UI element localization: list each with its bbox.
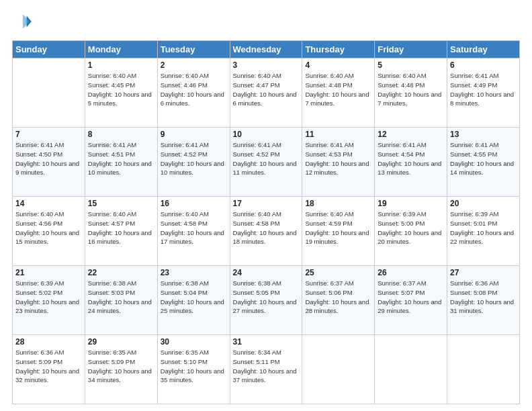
- calendar-cell: 31 Sunrise: 6:34 AM Sunset: 5:11 PM Dayl…: [230, 335, 302, 404]
- calendar-cell: [447, 335, 520, 404]
- day-number: 27: [450, 268, 517, 277]
- calendar-cell: [302, 335, 375, 404]
- calendar-cell: 15 Sunrise: 6:40 AM Sunset: 4:57 PM Dayl…: [85, 197, 157, 266]
- day-number: 10: [233, 130, 300, 139]
- day-number: 31: [233, 337, 300, 347]
- day-header-thursday: Thursday: [302, 41, 375, 58]
- day-info: Sunrise: 6:41 AM Sunset: 4:53 PM Dayligh…: [305, 140, 371, 177]
- day-info: Sunrise: 6:40 AM Sunset: 4:45 PM Dayligh…: [88, 71, 154, 108]
- calendar-cell: 9 Sunrise: 6:41 AM Sunset: 4:52 PM Dayli…: [157, 128, 230, 197]
- day-number: 26: [378, 268, 444, 277]
- calendar-cell: 1 Sunrise: 6:40 AM Sunset: 4:45 PM Dayli…: [85, 58, 157, 128]
- day-number: 2: [161, 60, 227, 70]
- day-number: 17: [233, 199, 300, 208]
- calendar-cell: 24 Sunrise: 6:38 AM Sunset: 5:05 PM Dayl…: [230, 266, 302, 335]
- day-number: 15: [88, 199, 154, 208]
- day-info: Sunrise: 6:39 AM Sunset: 5:02 PM Dayligh…: [15, 279, 82, 316]
- page: SundayMondayTuesdayWednesdayThursdayFrid…: [0, 0, 532, 411]
- calendar-cell: 10 Sunrise: 6:41 AM Sunset: 4:52 PM Dayl…: [230, 128, 302, 197]
- day-info: Sunrise: 6:36 AM Sunset: 5:09 PM Dayligh…: [15, 348, 82, 385]
- logo: [12, 12, 32, 34]
- calendar-cell: [375, 335, 447, 404]
- day-number: 16: [161, 199, 227, 208]
- calendar-cell: 18 Sunrise: 6:40 AM Sunset: 4:59 PM Dayl…: [302, 197, 375, 266]
- calendar-cell: 6 Sunrise: 6:41 AM Sunset: 4:49 PM Dayli…: [447, 58, 520, 128]
- calendar-cell: [13, 58, 85, 128]
- day-info: Sunrise: 6:36 AM Sunset: 5:08 PM Dayligh…: [450, 279, 517, 316]
- day-info: Sunrise: 6:34 AM Sunset: 5:11 PM Dayligh…: [233, 348, 300, 385]
- calendar-cell: 19 Sunrise: 6:39 AM Sunset: 5:00 PM Dayl…: [375, 197, 447, 266]
- week-row-5: 28 Sunrise: 6:36 AM Sunset: 5:09 PM Dayl…: [13, 335, 520, 404]
- day-number: 19: [378, 199, 444, 208]
- day-header-sunday: Sunday: [13, 41, 85, 58]
- day-number: 30: [161, 337, 227, 347]
- day-info: Sunrise: 6:40 AM Sunset: 4:48 PM Dayligh…: [305, 71, 371, 108]
- day-number: 1: [88, 60, 154, 70]
- calendar-cell: 4 Sunrise: 6:40 AM Sunset: 4:48 PM Dayli…: [302, 58, 375, 128]
- day-info: Sunrise: 6:39 AM Sunset: 5:01 PM Dayligh…: [450, 210, 517, 246]
- day-info: Sunrise: 6:35 AM Sunset: 5:10 PM Dayligh…: [161, 348, 227, 385]
- calendar-cell: 12 Sunrise: 6:41 AM Sunset: 4:54 PM Dayl…: [375, 128, 447, 197]
- day-info: Sunrise: 6:40 AM Sunset: 4:47 PM Dayligh…: [233, 71, 300, 108]
- calendar-cell: 27 Sunrise: 6:36 AM Sunset: 5:08 PM Dayl…: [447, 266, 520, 335]
- day-info: Sunrise: 6:41 AM Sunset: 4:55 PM Dayligh…: [450, 140, 517, 177]
- week-row-4: 21 Sunrise: 6:39 AM Sunset: 5:02 PM Dayl…: [13, 266, 520, 335]
- day-header-wednesday: Wednesday: [230, 41, 302, 58]
- day-info: Sunrise: 6:38 AM Sunset: 5:05 PM Dayligh…: [233, 279, 300, 316]
- day-number: 28: [15, 337, 82, 347]
- day-number: 18: [305, 199, 371, 208]
- calendar-cell: 8 Sunrise: 6:41 AM Sunset: 4:51 PM Dayli…: [85, 128, 157, 197]
- day-number: 14: [15, 199, 82, 208]
- day-info: Sunrise: 6:40 AM Sunset: 4:48 PM Dayligh…: [378, 71, 444, 108]
- day-info: Sunrise: 6:40 AM Sunset: 4:56 PM Dayligh…: [15, 210, 82, 246]
- calendar-cell: 25 Sunrise: 6:37 AM Sunset: 5:06 PM Dayl…: [302, 266, 375, 335]
- day-info: Sunrise: 6:39 AM Sunset: 5:00 PM Dayligh…: [378, 210, 444, 246]
- calendar-cell: 23 Sunrise: 6:38 AM Sunset: 5:04 PM Dayl…: [157, 266, 230, 335]
- day-header-tuesday: Tuesday: [157, 41, 230, 58]
- day-number: 8: [88, 130, 154, 139]
- day-info: Sunrise: 6:40 AM Sunset: 4:58 PM Dayligh…: [233, 210, 300, 246]
- svg-marker-1: [23, 15, 30, 29]
- day-info: Sunrise: 6:40 AM Sunset: 4:58 PM Dayligh…: [161, 210, 227, 246]
- calendar-cell: 28 Sunrise: 6:36 AM Sunset: 5:09 PM Dayl…: [13, 335, 85, 404]
- day-number: 11: [305, 130, 371, 139]
- day-number: 4: [305, 60, 371, 70]
- day-info: Sunrise: 6:41 AM Sunset: 4:52 PM Dayligh…: [233, 140, 300, 177]
- calendar-cell: 21 Sunrise: 6:39 AM Sunset: 5:02 PM Dayl…: [13, 266, 85, 335]
- day-info: Sunrise: 6:41 AM Sunset: 4:50 PM Dayligh…: [15, 140, 82, 177]
- calendar-cell: 22 Sunrise: 6:38 AM Sunset: 5:03 PM Dayl…: [85, 266, 157, 335]
- calendar-cell: 26 Sunrise: 6:37 AM Sunset: 5:07 PM Dayl…: [375, 266, 447, 335]
- calendar-cell: 17 Sunrise: 6:40 AM Sunset: 4:58 PM Dayl…: [230, 197, 302, 266]
- calendar-cell: 13 Sunrise: 6:41 AM Sunset: 4:55 PM Dayl…: [447, 128, 520, 197]
- week-row-2: 7 Sunrise: 6:41 AM Sunset: 4:50 PM Dayli…: [13, 128, 520, 197]
- day-header-saturday: Saturday: [447, 41, 520, 58]
- day-info: Sunrise: 6:41 AM Sunset: 4:49 PM Dayligh…: [450, 71, 517, 108]
- logo-icon: [13, 12, 32, 31]
- week-row-3: 14 Sunrise: 6:40 AM Sunset: 4:56 PM Dayl…: [13, 197, 520, 266]
- day-number: 6: [450, 60, 517, 70]
- day-number: 25: [305, 268, 371, 277]
- day-info: Sunrise: 6:35 AM Sunset: 5:09 PM Dayligh…: [88, 348, 154, 385]
- week-row-1: 1 Sunrise: 6:40 AM Sunset: 4:45 PM Dayli…: [13, 58, 520, 128]
- header: [12, 12, 520, 34]
- day-info: Sunrise: 6:38 AM Sunset: 5:03 PM Dayligh…: [88, 279, 154, 316]
- calendar-cell: 5 Sunrise: 6:40 AM Sunset: 4:48 PM Dayli…: [375, 58, 447, 128]
- day-number: 21: [15, 268, 82, 277]
- calendar-cell: 7 Sunrise: 6:41 AM Sunset: 4:50 PM Dayli…: [13, 128, 85, 197]
- day-info: Sunrise: 6:38 AM Sunset: 5:04 PM Dayligh…: [161, 279, 227, 316]
- day-number: 22: [88, 268, 154, 277]
- day-number: 9: [161, 130, 227, 139]
- calendar-cell: 3 Sunrise: 6:40 AM Sunset: 4:47 PM Dayli…: [230, 58, 302, 128]
- calendar-table: SundayMondayTuesdayWednesdayThursdayFrid…: [12, 40, 520, 404]
- day-number: 23: [161, 268, 227, 277]
- day-info: Sunrise: 6:40 AM Sunset: 4:57 PM Dayligh…: [88, 210, 154, 246]
- calendar-body: 1 Sunrise: 6:40 AM Sunset: 4:45 PM Dayli…: [13, 58, 520, 404]
- day-info: Sunrise: 6:41 AM Sunset: 4:54 PM Dayligh…: [378, 140, 444, 177]
- day-number: 29: [88, 337, 154, 347]
- day-info: Sunrise: 6:40 AM Sunset: 4:59 PM Dayligh…: [305, 210, 371, 246]
- day-number: 5: [378, 60, 444, 70]
- day-info: Sunrise: 6:40 AM Sunset: 4:46 PM Dayligh…: [161, 71, 227, 108]
- day-number: 3: [233, 60, 300, 70]
- calendar-cell: 30 Sunrise: 6:35 AM Sunset: 5:10 PM Dayl…: [157, 335, 230, 404]
- day-number: 13: [450, 130, 517, 139]
